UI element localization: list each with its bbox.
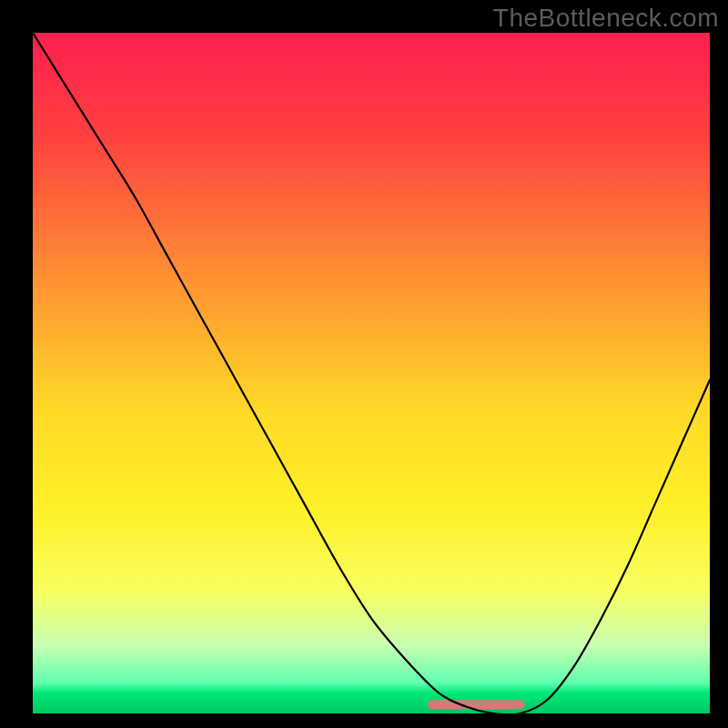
chart-background: [33, 33, 710, 713]
chart-container: TheBottleneck.com: [0, 0, 728, 728]
watermark-text: TheBottleneck.com: [493, 4, 719, 33]
bottleneck-chart: [33, 33, 710, 713]
